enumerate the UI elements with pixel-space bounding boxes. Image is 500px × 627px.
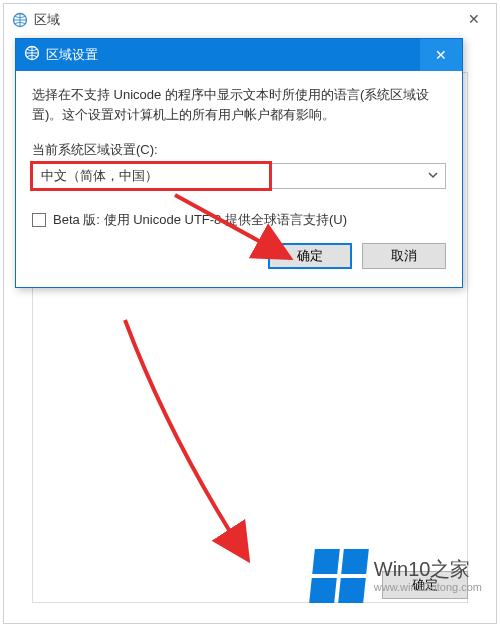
close-icon: ✕ <box>468 11 480 27</box>
watermark-url: www.win10xitong.com <box>374 581 482 594</box>
parent-close-button[interactable]: ✕ <box>451 4 496 34</box>
modal-titlebar: 区域设置 ✕ <box>16 39 462 71</box>
globe-icon <box>12 12 28 28</box>
modal-close-button[interactable]: ✕ <box>420 39 462 71</box>
locale-dropdown-value: 中文（简体，中国） <box>41 167 158 185</box>
region-settings-dialog: 区域设置 ✕ 选择在不支持 Unicode 的程序中显示文本时所使用的语言(系统… <box>15 38 463 288</box>
locale-dropdown[interactable]: 中文（简体，中国） <box>32 163 446 189</box>
globe-icon <box>24 45 40 65</box>
watermark-title: Win10之家 <box>374 557 482 581</box>
close-icon: ✕ <box>435 47 447 63</box>
utf8-checkbox-label: Beta 版: 使用 Unicode UTF-8 提供全球语言支持(U) <box>53 211 347 229</box>
parent-title: 区域 <box>34 11 60 29</box>
parent-titlebar: 区域 ✕ <box>4 4 496 36</box>
windows-logo-icon <box>309 549 369 603</box>
modal-title: 区域设置 <box>46 46 98 64</box>
modal-ok-button[interactable]: 确定 <box>268 243 352 269</box>
modal-cancel-button[interactable]: 取消 <box>362 243 446 269</box>
checkbox-icon[interactable] <box>32 213 46 227</box>
modal-description: 选择在不支持 Unicode 的程序中显示文本时所使用的语言(系统区域设置)。这… <box>32 85 446 125</box>
locale-field-label: 当前系统区域设置(C): <box>32 141 446 159</box>
chevron-down-icon <box>427 169 439 184</box>
utf8-checkbox-row[interactable]: Beta 版: 使用 Unicode UTF-8 提供全球语言支持(U) <box>32 211 446 229</box>
watermark: Win10之家 www.win10xitong.com <box>312 549 482 603</box>
